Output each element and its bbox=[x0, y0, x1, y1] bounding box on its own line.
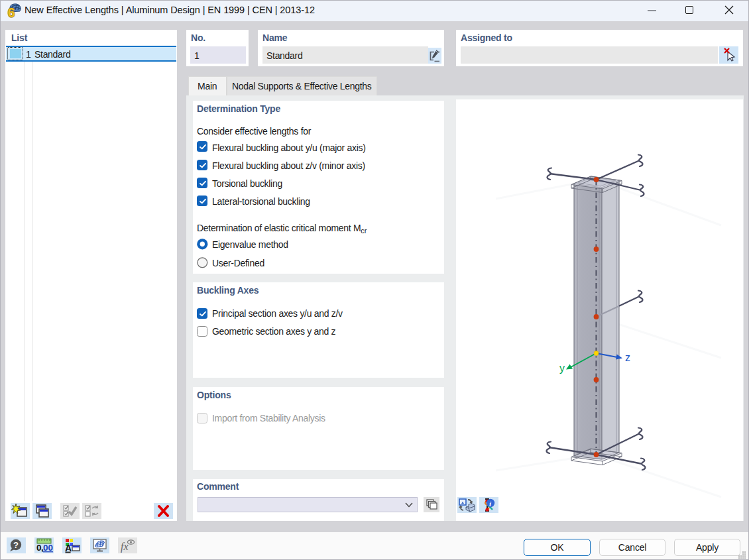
svg-text:00: 00 bbox=[43, 543, 53, 553]
svg-text:?: ? bbox=[13, 540, 19, 550]
svg-text:fx: fx bbox=[121, 541, 129, 553]
svg-text:z: z bbox=[625, 352, 630, 363]
svg-text:6: 6 bbox=[8, 5, 15, 19]
svg-text:y: y bbox=[559, 363, 565, 374]
